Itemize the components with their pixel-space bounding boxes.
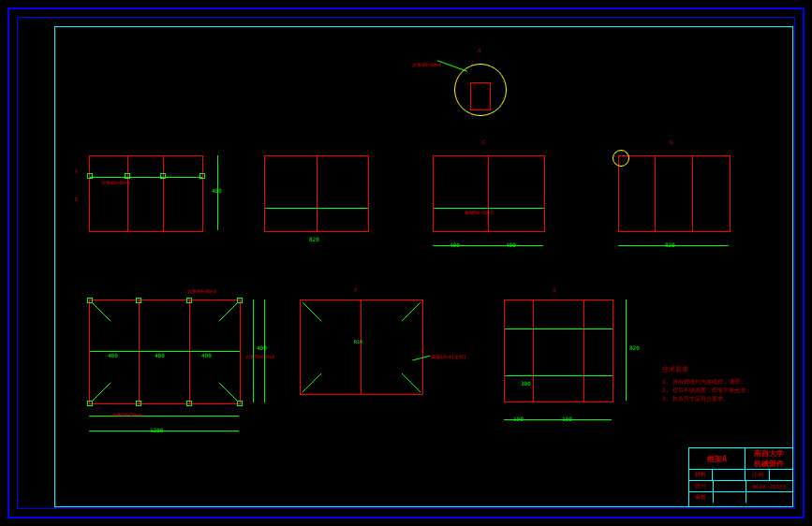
- pv1-dim-b: 400: [155, 352, 165, 358]
- svg-line-3: [219, 383, 238, 402]
- pv2-part: 扁钢10×4(全焊): [431, 354, 466, 359]
- drawing-frame: [54, 26, 793, 507]
- pv3-dim-v: 820: [629, 344, 640, 351]
- view3-part-label: 角钢50×50×5: [465, 210, 494, 215]
- view1-section-b: B: [75, 197, 78, 202]
- pv1-dimline-v2: [264, 300, 265, 402]
- tb-h-check: 审核: [689, 492, 713, 503]
- svg-line-5: [402, 302, 421, 321]
- tb-partname: 框架A: [689, 448, 745, 469]
- tb-drawingno: NCJX-201XX: [746, 481, 792, 491]
- pv3-dim-a: 300: [521, 380, 531, 387]
- svg-line-1: [219, 302, 238, 321]
- svg-line-4: [303, 302, 321, 321]
- pv1-dimline-v1: [253, 300, 254, 402]
- pv1-dim-c: 400: [201, 352, 212, 358]
- elevation-view-3: [433, 155, 545, 232]
- svg-line-2: [92, 383, 111, 402]
- cad-model-viewport[interactable]: A 方管40×40×4 方管40×40×4 400 A B 820 C 角钢50…: [0, 0, 812, 526]
- view4-dimline: [618, 245, 729, 246]
- view4-label: D: [670, 139, 673, 145]
- tb-drawn: [713, 481, 746, 491]
- pv1-dim-v: 400: [257, 344, 267, 351]
- notes-item-1: 1. 所有焊缝均为连续焊，满焊；: [662, 377, 775, 386]
- tb-sheet: [746, 492, 792, 503]
- pv3-dimline-v: [626, 300, 627, 401]
- pv3-dimline: [504, 419, 612, 420]
- pv1-dim-a: 400: [108, 352, 118, 358]
- plan-view-2: [300, 300, 423, 395]
- pv1-dimline-bottom: [89, 431, 239, 431]
- view1-section-a: A: [75, 168, 78, 174]
- planview1-part1: 方管40×40×4: [187, 288, 216, 294]
- pv3-label: G: [553, 286, 556, 293]
- pv2-label: F: [354, 286, 358, 293]
- svg-line-7: [402, 373, 421, 392]
- pv1-bottom-part: 方管50×50×4: [112, 412, 141, 417]
- elevation-view-4: [618, 155, 731, 232]
- notes-item-2: 2. 焊后不锈表面，焊痕平整光洁；: [662, 386, 775, 394]
- tb-check: [713, 492, 746, 503]
- pv2-dim-inner: R10: [354, 339, 362, 344]
- view2-dim: 820: [309, 236, 319, 242]
- tb-h-drawn: 设计: [689, 481, 713, 491]
- detail-label: A: [478, 47, 481, 53]
- svg-line-6: [303, 373, 321, 392]
- tb-material: [712, 470, 745, 480]
- planview1-part2: 方管50×50×4: [245, 354, 274, 359]
- tb-h-scale: 比例: [745, 470, 768, 480]
- title-block: 框架A 南昌大学 机械部件 材料 比例 设计 NCJX-201XX 审核: [688, 447, 793, 507]
- view1-part-label: 方管40×40×4: [101, 180, 130, 185]
- tb-scale: [769, 470, 792, 480]
- view3-dimline: [433, 245, 543, 246]
- tb-h-material: 材料: [689, 470, 712, 480]
- elevation-view-2: [264, 155, 369, 232]
- pv1-dimline-mid: [89, 416, 239, 416]
- svg-line-0: [92, 302, 111, 321]
- notes-item-3: 3. 其余尺寸应符合要求。: [662, 394, 775, 402]
- view1-dimline-v: [217, 155, 218, 230]
- technical-requirements: 技术要求 1. 所有焊缝均为连续焊，满焊； 2. 焊后不锈表面，焊痕平整光洁； …: [662, 365, 775, 402]
- elevation-view-1: [89, 155, 203, 232]
- tb-school: 南昌大学 机械部件: [745, 448, 792, 469]
- notes-title: 技术要求: [662, 365, 775, 375]
- detail-part-label: 方管40×40×4: [412, 62, 441, 67]
- detail-part: [470, 82, 491, 110]
- plan-view-3: [504, 300, 613, 402]
- view4-detail-mark: [613, 150, 629, 167]
- view3-label: C: [482, 139, 486, 145]
